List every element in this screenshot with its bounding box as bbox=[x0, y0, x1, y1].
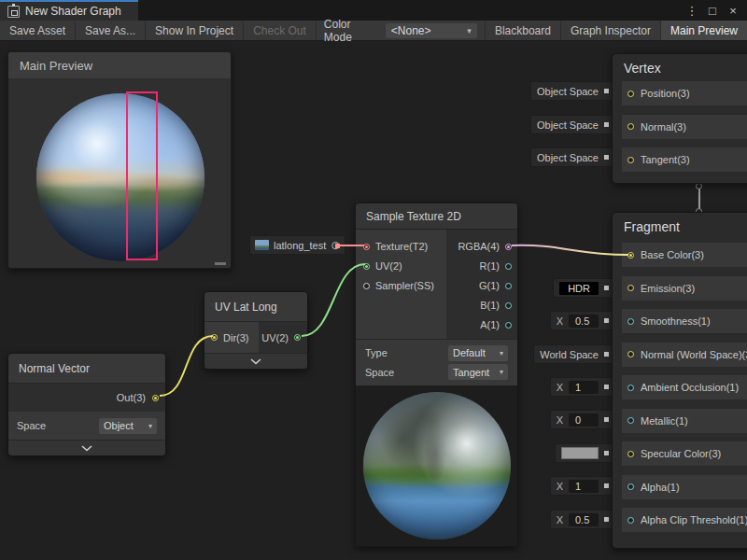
output-r: R(1) bbox=[480, 257, 517, 275]
preview-sphere bbox=[36, 93, 204, 261]
maximize-icon[interactable]: □ bbox=[704, 4, 721, 18]
node-vertex[interactable]: Vertex Position(3) Normal(3) Tangent(3) bbox=[612, 53, 747, 184]
chevron-down-icon bbox=[250, 358, 261, 365]
port-specular-color[interactable] bbox=[627, 451, 634, 457]
space-control: Space Tangent ▾ bbox=[365, 364, 508, 380]
main-preview-header[interactable]: Main Preview bbox=[8, 52, 231, 78]
smoothness-input[interactable]: 0.5 bbox=[569, 315, 599, 328]
space-control: Space Object ▾ bbox=[8, 412, 165, 440]
output-out: Out(3) bbox=[8, 384, 165, 412]
specular-color-swatch[interactable] bbox=[561, 447, 599, 459]
output-rgba: RGBA(4) bbox=[458, 237, 517, 256]
input-dir: Dir(3) bbox=[204, 322, 259, 353]
connector-dot bbox=[604, 155, 609, 160]
port-position[interactable] bbox=[627, 91, 634, 97]
show-in-project-button[interactable]: Show In Project bbox=[146, 21, 244, 40]
port-sampler-in[interactable] bbox=[363, 283, 370, 289]
connector-dot bbox=[604, 318, 609, 323]
ambient-occlusion-input[interactable]: 1 bbox=[569, 381, 599, 394]
vertex-row-tangent: Tangent(3) bbox=[622, 147, 747, 172]
dropdown-arrow-icon: ▾ bbox=[148, 422, 152, 430]
collapse-button[interactable] bbox=[8, 440, 165, 455]
texture-thumbnail bbox=[255, 240, 269, 250]
blackboard-button[interactable]: Blackboard bbox=[485, 21, 560, 40]
dropdown-arrow-icon: ▾ bbox=[500, 368, 503, 376]
port-alpha-clip[interactable] bbox=[627, 517, 634, 524]
collapse-button[interactable] bbox=[204, 353, 307, 369]
save-asset-button[interactable]: Save Asset bbox=[0, 21, 76, 40]
port-base-color[interactable] bbox=[627, 252, 634, 259]
dropdown-arrow-icon: ▾ bbox=[467, 26, 472, 35]
type-dropdown[interactable]: Default ▾ bbox=[448, 345, 508, 361]
output-b: B(1) bbox=[480, 296, 517, 315]
port-uv-in[interactable] bbox=[363, 263, 370, 270]
connector-dot bbox=[604, 451, 609, 455]
window-controls: ⋮ □ × bbox=[684, 0, 747, 21]
port-a-out[interactable] bbox=[505, 322, 512, 329]
port-r-out[interactable] bbox=[505, 263, 512, 270]
hdr-color-field[interactable]: HDR bbox=[559, 282, 599, 295]
port-smoothness[interactable] bbox=[627, 318, 634, 325]
vertex-row-normal: Normal(3) bbox=[622, 115, 747, 139]
alpha-input[interactable]: 1 bbox=[569, 480, 599, 493]
port-emission[interactable] bbox=[627, 285, 634, 291]
stack-link bbox=[695, 183, 703, 216]
port-uv-out[interactable] bbox=[294, 334, 301, 341]
node-preview-area bbox=[356, 385, 517, 546]
fragment-row-normal-ws: Normal (World Space)(3) bbox=[622, 343, 747, 367]
fragment-row-specular-color: Specular Color(3) bbox=[622, 441, 747, 466]
graph-canvas[interactable]: Main Preview Vertex Position(3) Normal(3… bbox=[0, 41, 747, 560]
graph-inspector-button[interactable]: Graph Inspector bbox=[560, 21, 660, 40]
space-dropdown[interactable]: Tangent ▾ bbox=[448, 364, 508, 380]
port-texture-in[interactable] bbox=[363, 244, 370, 250]
dropdown-arrow-icon: ▾ bbox=[500, 349, 503, 357]
resize-handle[interactable] bbox=[215, 262, 226, 265]
fragment-row-base-color: Base Color(3) bbox=[622, 243, 747, 267]
check-out-button: Check Out bbox=[244, 21, 317, 40]
kebab-menu-icon[interactable]: ⋮ bbox=[684, 4, 700, 18]
connector-dot bbox=[335, 244, 340, 248]
main-preview-panel: Main Preview bbox=[7, 51, 232, 269]
port-rgba-out[interactable] bbox=[505, 244, 512, 250]
color-mode-label: Color Mode bbox=[317, 21, 386, 40]
vertex-row-position: Position(3) bbox=[622, 81, 747, 105]
port-g-out[interactable] bbox=[505, 283, 512, 289]
selection-marquee bbox=[126, 91, 158, 260]
port-ambient-occlusion[interactable] bbox=[627, 385, 634, 391]
node-normal-vector[interactable]: Normal Vector Out(3) Space Object ▾ bbox=[7, 353, 166, 456]
port-dir-in[interactable] bbox=[211, 334, 218, 341]
port-out[interactable] bbox=[152, 395, 159, 401]
tab-new-shader-graph[interactable]: New Shader Graph bbox=[0, 0, 138, 21]
type-control: Type Default ▾ bbox=[365, 345, 508, 361]
node-uv-lat-long[interactable]: UV Lat Long Dir(3) UV(2) bbox=[204, 291, 308, 370]
metallic-input[interactable]: 0 bbox=[569, 413, 599, 427]
input-uv: UV(2) bbox=[356, 257, 434, 275]
port-alpha[interactable] bbox=[627, 483, 634, 490]
close-icon[interactable]: × bbox=[725, 4, 741, 18]
node-fragment[interactable]: Fragment Base Color(3) Emission(3) Smoot… bbox=[612, 212, 747, 549]
input-sampler: Sampler(SS) bbox=[356, 276, 434, 295]
save-as-button[interactable]: Save As... bbox=[76, 21, 146, 40]
fragment-row-alpha: Alpha(1) bbox=[622, 475, 747, 499]
main-preview-button[interactable]: Main Preview bbox=[660, 21, 747, 40]
space-dropdown[interactable]: Object ▾ bbox=[99, 418, 157, 434]
port-b-out[interactable] bbox=[505, 302, 512, 309]
fragment-row-emission: Emission(3) bbox=[622, 276, 747, 301]
fragment-row-metallic: Metallic(1) bbox=[622, 409, 747, 433]
connector-dot bbox=[604, 352, 609, 357]
connector-dot bbox=[604, 417, 609, 422]
connector-dot bbox=[604, 286, 609, 290]
port-tangent[interactable] bbox=[627, 157, 634, 163]
shader-graph-icon bbox=[7, 6, 20, 18]
connector-dot bbox=[604, 517, 609, 522]
texture-asset-chip[interactable]: latlong_test ⊙ bbox=[249, 235, 345, 255]
fragment-row-ambient-occlusion: Ambient Occlusion(1) bbox=[622, 375, 747, 399]
color-mode-dropdown[interactable]: <None> ▾ bbox=[386, 23, 477, 38]
node-sample-texture-2d[interactable]: Sample Texture 2D Texture(T2) UV(2) Samp… bbox=[355, 203, 518, 547]
tab-title: New Shader Graph bbox=[25, 5, 121, 18]
port-normal[interactable] bbox=[627, 123, 634, 130]
alpha-clip-input[interactable]: 0.5 bbox=[569, 513, 599, 526]
port-normal-ws[interactable] bbox=[627, 351, 634, 357]
port-metallic[interactable] bbox=[627, 417, 634, 424]
input-texture: Texture(T2) bbox=[356, 237, 434, 256]
